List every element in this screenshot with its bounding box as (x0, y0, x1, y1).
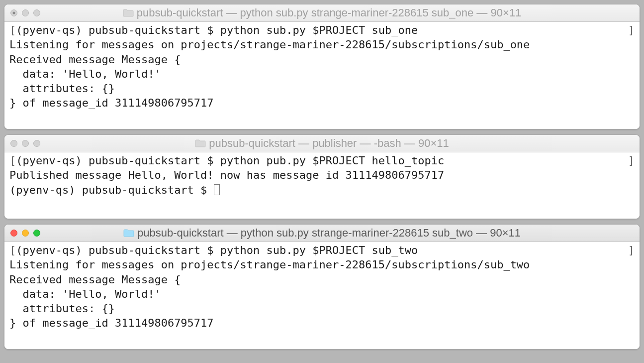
output-line: } of message_id 311149806795717 (9, 316, 635, 330)
window-title: pubsub-quickstart — python sub.py strang… (137, 6, 522, 19)
title-container: pubsub-quickstart — publisher — -bash — … (4, 137, 640, 150)
minimize-button[interactable] (22, 9, 29, 16)
titlebar[interactable]: pubsub-quickstart — python sub.py strang… (4, 4, 640, 22)
window-title: pubsub-quickstart — publisher — -bash — … (209, 137, 449, 150)
prompt-line: (pyenv-qs) pubsub-quickstart $ python pu… (16, 154, 444, 167)
terminal-output[interactable]: [(pyenv-qs) pubsub-quickstart $ python s… (4, 22, 640, 129)
traffic-lights (10, 230, 40, 237)
output-line: data: 'Hello, World!' (9, 287, 635, 301)
cursor-icon (214, 184, 220, 195)
folder-icon (123, 229, 134, 237)
terminal-window-publisher[interactable]: pubsub-quickstart — publisher — -bash — … (4, 134, 640, 219)
terminal-output[interactable]: [(pyenv-qs) pubsub-quickstart $ python s… (4, 242, 640, 349)
terminal-output[interactable]: [(pyenv-qs) pubsub-quickstart $ python p… (4, 152, 640, 219)
traffic-lights (10, 9, 40, 16)
close-button[interactable] (10, 140, 17, 147)
terminal-window-sub-two[interactable]: pubsub-quickstart — python sub.py strang… (4, 224, 640, 350)
minimize-button[interactable] (22, 140, 29, 147)
close-button[interactable] (10, 230, 17, 237)
output-line: Received message Message { (9, 272, 635, 287)
output-line: data: 'Hello, World!' (9, 67, 635, 81)
output-line: } of message_id 311149806795717 (9, 96, 635, 110)
titlebar[interactable]: pubsub-quickstart — publisher — -bash — … (4, 135, 640, 152)
title-container: pubsub-quickstart — python sub.py strang… (4, 6, 640, 19)
output-line: Published message Hello, World! now has … (9, 168, 635, 182)
maximize-button[interactable] (33, 140, 40, 147)
folder-icon (123, 9, 134, 17)
traffic-lights (10, 140, 40, 147)
output-line: Listening for messages on projects/stran… (9, 37, 635, 52)
close-button[interactable] (10, 9, 17, 16)
terminal-window-sub-one[interactable]: pubsub-quickstart — python sub.py strang… (4, 4, 640, 129)
prompt-line: (pyenv-qs) pubsub-quickstart $ (9, 184, 214, 196)
prompt-line: (pyenv-qs) pubsub-quickstart $ python su… (16, 24, 418, 36)
prompt-line: (pyenv-qs) pubsub-quickstart $ python su… (16, 244, 418, 256)
maximize-button[interactable] (33, 230, 40, 237)
output-line: Received message Message { (9, 52, 635, 67)
window-title: pubsub-quickstart — python sub.py strang… (137, 227, 521, 240)
maximize-button[interactable] (33, 9, 40, 16)
output-line: attributes: {} (9, 301, 635, 316)
title-container: pubsub-quickstart — python sub.py strang… (4, 227, 640, 240)
output-line: Listening for messages on projects/stran… (9, 257, 635, 272)
minimize-button[interactable] (22, 230, 29, 237)
folder-icon (195, 139, 206, 147)
titlebar[interactable]: pubsub-quickstart — python sub.py strang… (4, 225, 640, 242)
output-line: attributes: {} (9, 81, 635, 96)
